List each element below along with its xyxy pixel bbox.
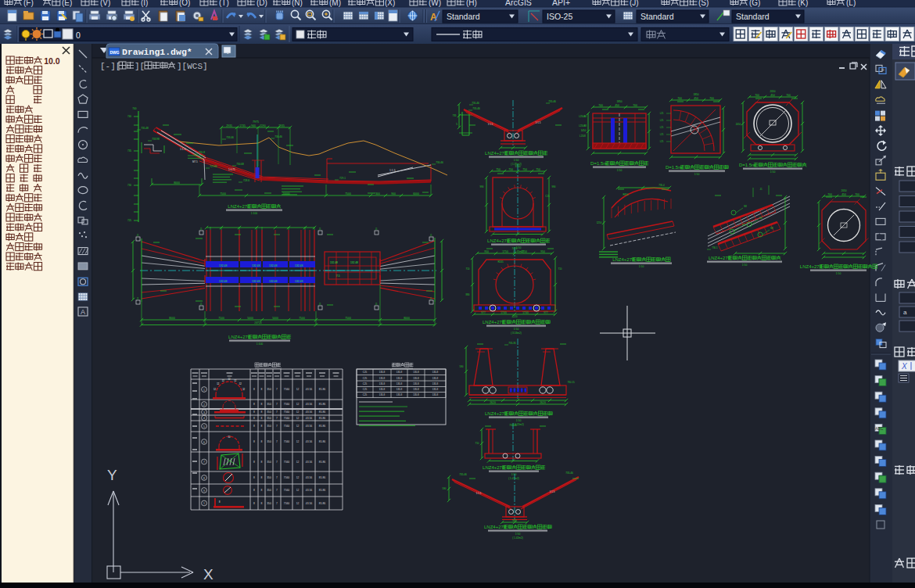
svg-text:7560: 7560: [284, 417, 290, 420]
svg-text:2050: 2050: [841, 189, 846, 192]
svg-text:132.48: 132.48: [219, 280, 227, 283]
svg-text:43.56: 43.56: [306, 411, 312, 414]
svg-text:LNZ4+273: LNZ4+273: [485, 411, 508, 416]
svg-text:1:100: 1:100: [257, 342, 264, 346]
svg-text:85.86: 85.86: [319, 461, 325, 464]
svg-text:Drawing1.dwg*: Drawing1.dwg*: [122, 47, 192, 57]
svg-text:700: 700: [677, 97, 682, 100]
svg-text:12: 12: [296, 502, 300, 505]
svg-text:1750: 1750: [502, 250, 508, 253]
svg-text:(N): (N): [292, 0, 303, 7]
svg-text:135.8: 135.8: [432, 371, 439, 374]
svg-text:132.48: 132.48: [295, 264, 303, 267]
svg-text:700: 700: [755, 94, 759, 97]
svg-text:1450: 1450: [581, 129, 587, 132]
svg-text:8: 8: [253, 388, 255, 391]
svg-text:[-][: [-][: [100, 62, 120, 71]
svg-text:LNZ4+273: LNZ4+273: [709, 256, 731, 260]
svg-text:(V): (V): [100, 0, 110, 7]
svg-text:750: 750: [508, 168, 513, 171]
svg-text:730.8: 730.8: [199, 151, 205, 154]
svg-text:1735: 1735: [239, 124, 246, 127]
svg-text:7: 7: [276, 403, 278, 406]
svg-text:C25: C25: [363, 377, 368, 380]
svg-text:7: 7: [276, 440, 278, 443]
svg-text:590: 590: [442, 487, 446, 490]
svg-text:7560: 7560: [284, 440, 290, 443]
svg-text:LNZ4+273: LNZ4+273: [483, 465, 505, 470]
svg-text:750: 750: [536, 168, 540, 171]
svg-text:725: 725: [127, 219, 131, 222]
svg-text:8: 8: [253, 502, 255, 505]
svg-text:85.86: 85.86: [319, 388, 325, 391]
svg-text:135.8: 135.8: [413, 371, 419, 374]
svg-text:733.46: 733.46: [226, 136, 234, 139]
svg-text:1:50: 1:50: [514, 328, 519, 331]
svg-text:2: 2: [203, 403, 205, 407]
svg-text:730: 730: [127, 184, 131, 187]
svg-text:4220: 4220: [511, 315, 517, 318]
svg-text:12: 12: [296, 411, 300, 414]
svg-text:LNZ4+273: LNZ4+273: [800, 264, 823, 269]
svg-text:7500: 7500: [299, 317, 305, 320]
svg-text:730.68: 730.68: [236, 163, 244, 166]
svg-text:(W): (W): [429, 0, 441, 7]
svg-text:+: +: [881, 67, 884, 73]
svg-text:1:1.5: 1:1.5: [180, 148, 186, 151]
svg-text:590: 590: [459, 365, 463, 368]
svg-text:L25: L25: [660, 133, 664, 136]
svg-text:135.8: 135.8: [379, 371, 386, 374]
svg-text:8: 8: [203, 477, 205, 480]
svg-text:7: 7: [276, 425, 278, 428]
svg-text:1:50: 1:50: [742, 264, 748, 267]
svg-text:1190: 1190: [260, 124, 265, 127]
svg-text:7560: 7560: [284, 489, 290, 492]
svg-text:LNZ4+271: LNZ4+271: [228, 204, 250, 209]
svg-text:8: 8: [261, 425, 263, 428]
svg-text:L250A8: L250A8: [579, 124, 587, 127]
svg-text:7560: 7560: [284, 388, 290, 391]
svg-text:700: 700: [709, 97, 714, 100]
svg-text:135.8: 135.8: [396, 377, 403, 380]
svg-text:8: 8: [261, 502, 263, 505]
svg-text:(T): (T): [219, 0, 229, 7]
svg-text:( 3.53m2): ( 3.53m2): [511, 332, 522, 335]
svg-text:450: 450: [841, 193, 846, 196]
svg-text:10.0: 10.0: [44, 56, 60, 66]
svg-text:740: 740: [127, 115, 131, 118]
svg-text:4: 4: [203, 417, 205, 420]
svg-text:12: 12: [296, 476, 300, 479]
svg-text:8: 8: [253, 425, 255, 428]
svg-text:85.86: 85.86: [319, 440, 325, 443]
svg-text:350: 350: [267, 388, 271, 391]
svg-text:LNZ4+271: LNZ4+271: [483, 320, 505, 324]
svg-text:(D): (D): [257, 0, 267, 7]
svg-text:DWG: DWG: [110, 50, 120, 55]
svg-text:12: 12: [296, 388, 300, 391]
svg-text:1:50: 1:50: [515, 532, 521, 536]
svg-text:132.48: 132.48: [252, 264, 260, 267]
svg-text:710: 710: [465, 267, 469, 271]
svg-text:700: 700: [633, 104, 637, 107]
svg-text:C25: C25: [363, 393, 368, 396]
svg-text:2935: 2935: [226, 124, 232, 127]
svg-text:735.46: 735.46: [459, 473, 467, 476]
svg-text:ISO-25: ISO-25: [547, 12, 572, 21]
svg-text:135.8: 135.8: [396, 388, 403, 391]
svg-text:135.8: 135.8: [413, 382, 419, 385]
svg-text:740: 740: [132, 107, 137, 110]
svg-text:135.8: 135.8: [413, 388, 419, 391]
svg-text:132.48: 132.48: [252, 280, 260, 283]
svg-text:Standard: Standard: [447, 12, 480, 21]
svg-text:735.4: 735.4: [658, 184, 665, 187]
svg-text:750: 750: [496, 168, 501, 171]
svg-text:8: 8: [261, 461, 263, 464]
svg-text:135.8: 135.8: [432, 382, 439, 385]
svg-text:8000: 8000: [404, 317, 410, 320]
svg-text:700: 700: [827, 193, 832, 196]
svg-text:43.56: 43.56: [306, 440, 312, 443]
svg-text:7560: 7560: [284, 425, 290, 428]
svg-text:7500: 7500: [218, 317, 224, 320]
svg-text:950: 950: [484, 250, 489, 253]
svg-text:85.86: 85.86: [319, 476, 325, 479]
